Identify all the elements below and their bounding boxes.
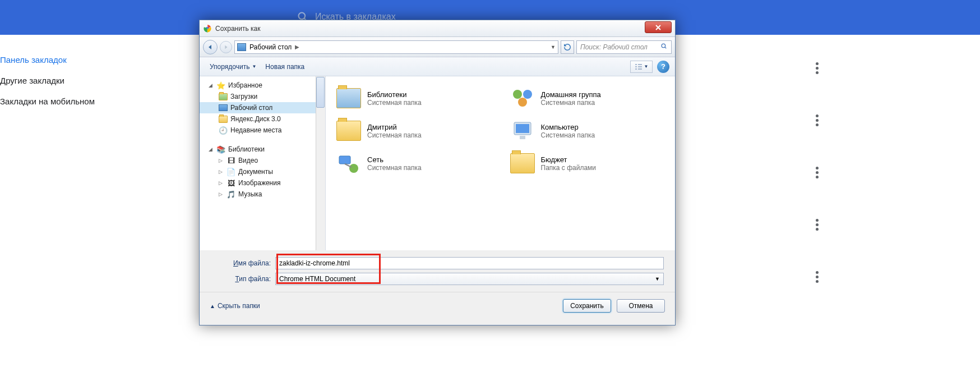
nav-bar: Рабочий стол ▶ ▼ Поиск: Рабочий стол [200, 37, 675, 57]
chevron-right-icon: ▶ [295, 44, 299, 50]
sidebar-bookmarks-bar[interactable]: Панель закладок [0, 49, 157, 70]
save-as-dialog: Сохранить как Рабочий стол ▶ ▼ Поиск: Ра… [199, 20, 676, 325]
svg-point-15 [523, 90, 532, 99]
refresh-icon [563, 43, 571, 51]
item-user[interactable]: ДмитрийСистемная папка [332, 116, 495, 146]
dialog-title: Сохранить как [215, 25, 645, 33]
tree-video[interactable]: ▷🎞Видео [200, 155, 325, 166]
desktop-icon [237, 43, 246, 51]
download-icon [219, 92, 228, 101]
docs-icon: 📄 [226, 167, 235, 176]
item-menu-button[interactable] [811, 108, 823, 132]
bookmark-item-menus [811, 56, 823, 317]
caret-right-icon: ▷ [219, 180, 224, 186]
item-homegroup[interactable]: Домашняя группаСистемная папка [506, 83, 669, 113]
svg-point-0 [299, 13, 306, 20]
desktop-icon [219, 103, 228, 112]
help-button[interactable]: ? [657, 61, 669, 73]
tree-music[interactable]: ▷🎵Музыка [200, 189, 325, 200]
item-menu-button[interactable] [811, 213, 823, 237]
close-icon [655, 25, 662, 30]
search-placeholder-text: Поиск: Рабочий стол [580, 43, 648, 51]
tree-scrollbar[interactable] [316, 76, 325, 250]
item-menu-button[interactable] [811, 265, 823, 289]
tree-images[interactable]: ▷🖼Изображения [200, 177, 325, 189]
bookmark-sidebar: Панель закладок Другие закладки Закладки… [0, 49, 157, 112]
filename-label: Имя файла: [211, 259, 275, 267]
chevron-down-icon: ▼ [644, 64, 649, 69]
computer-icon [510, 119, 535, 143]
tree-recent[interactable]: 🕘Недавние места [200, 125, 325, 136]
caret-down-icon: ◢ [209, 82, 214, 88]
action-bar: ▲Скрыть папки Сохранить Отмена [200, 292, 675, 319]
svg-line-7 [665, 47, 666, 48]
sidebar-other-bookmarks[interactable]: Другие закладки [0, 70, 157, 91]
caret-right-icon: ▷ [219, 169, 224, 175]
tree-libraries[interactable]: ◢📚Библиотеки [200, 144, 325, 155]
item-network[interactable]: СетьСистемная папка [332, 148, 495, 178]
svg-point-21 [349, 164, 358, 173]
svg-rect-18 [516, 124, 529, 133]
item-menu-button[interactable] [811, 161, 823, 185]
caret-down-icon: ◢ [209, 146, 214, 152]
refresh-button[interactable] [561, 40, 574, 54]
arrow-left-icon [207, 44, 214, 51]
breadcrumb-text: Рабочий стол [249, 43, 292, 51]
libraries-icon [336, 86, 362, 110]
chrome-icon [203, 24, 212, 33]
item-menu-button[interactable] [811, 56, 823, 80]
sidebar-mobile-bookmarks[interactable]: Закладки на мобильном [0, 91, 157, 112]
new-folder-button[interactable]: Новая папка [261, 61, 309, 73]
organize-button[interactable]: Упорядочить ▼ [205, 61, 261, 73]
svg-point-14 [513, 90, 522, 99]
homegroup-icon [510, 86, 535, 110]
images-icon: 🖼 [226, 178, 235, 187]
breadcrumb-bar[interactable]: Рабочий стол ▶ ▼ [234, 40, 558, 54]
music-icon: 🎵 [226, 190, 235, 199]
forward-button[interactable] [220, 41, 232, 53]
search-icon [660, 43, 668, 52]
filetype-select[interactable]: Chrome HTML Document▼ [275, 273, 664, 285]
back-button[interactable] [203, 40, 218, 54]
filename-input[interactable] [275, 257, 664, 269]
video-icon: 🎞 [226, 156, 235, 165]
dialog-titlebar[interactable]: Сохранить как [200, 20, 675, 37]
search-input[interactable]: Поиск: Рабочий стол [576, 40, 672, 54]
network-icon [336, 152, 362, 175]
item-libraries[interactable]: БиблиотекиСистемная папка [332, 83, 495, 113]
recent-icon: 🕘 [219, 126, 228, 135]
star-icon: ⭐ [216, 81, 225, 90]
tree-yandex-disk[interactable]: Яндекс.Диск 3.0 [200, 113, 325, 125]
item-computer[interactable]: КомпьютерСистемная папка [506, 116, 669, 146]
cancel-button[interactable]: Отмена [617, 299, 665, 313]
chevron-down-icon: ▼ [655, 276, 660, 282]
svg-rect-19 [520, 136, 525, 139]
svg-rect-20 [339, 156, 350, 164]
scrollbar-thumb[interactable] [316, 77, 325, 108]
caret-right-icon: ▷ [219, 158, 224, 163]
filetype-label: Тип файла: [211, 275, 275, 283]
tree-favorites[interactable]: ◢⭐Избранное [200, 80, 325, 91]
save-button[interactable]: Сохранить [563, 299, 611, 313]
chevron-up-icon: ▲ [210, 303, 215, 309]
folder-icon [219, 114, 228, 123]
svg-point-16 [518, 98, 527, 107]
libraries-icon: 📚 [216, 145, 225, 154]
hide-folders-toggle[interactable]: ▲Скрыть папки [210, 302, 260, 310]
view-mode-button[interactable]: ▼ [630, 61, 653, 73]
form-area: Имя файла: Тип файла: Chrome HTML Docume… [200, 250, 675, 292]
folder-icon [510, 152, 535, 175]
tree-desktop[interactable]: Рабочий стол [200, 102, 325, 113]
tree-downloads[interactable]: Загрузки [200, 91, 325, 102]
close-button[interactable] [645, 21, 672, 33]
caret-right-icon: ▷ [219, 191, 224, 197]
svg-point-6 [662, 44, 665, 48]
item-budget-folder[interactable]: БюджетПапка с файлами [506, 148, 669, 178]
chevron-down-icon[interactable]: ▼ [551, 44, 556, 50]
tree-documents[interactable]: ▷📄Документы [200, 166, 325, 177]
file-list: БиблиотекиСистемная папка Домашняя групп… [326, 76, 675, 250]
chevron-down-icon: ▼ [252, 64, 256, 69]
toolbar: Упорядочить ▼ Новая папка ▼ ? [200, 57, 675, 76]
folder-tree: ◢⭐Избранное Загрузки Рабочий стол Яндекс… [200, 76, 326, 250]
list-icon [635, 63, 642, 70]
